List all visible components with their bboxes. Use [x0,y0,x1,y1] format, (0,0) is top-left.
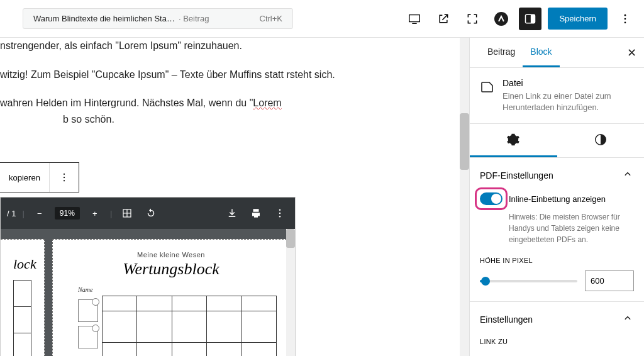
pdf-more-icon[interactable] [271,204,289,222]
block-type-title: Datei [502,78,634,88]
pdf-doc-title: Wertungsblock [65,260,277,279]
svg-point-10 [279,209,280,211]
panel-settings[interactable]: Einstellungen [480,312,634,326]
pdf-name-label: Name [78,286,277,293]
pdf-doc-subtitle: Meine kleine Wesen [65,251,277,259]
copy-button[interactable]: kopieren [0,163,50,192]
file-block-icon [480,79,495,94]
svg-point-4 [625,18,626,19]
link-to-label: LINK ZU [480,338,634,345]
external-view-icon[interactable] [432,8,455,30]
svg-point-6 [64,174,65,175]
toggle-hint: Hinweis: Die meisten Browser für Handys … [480,211,634,245]
subtab-styles-icon[interactable] [557,124,645,157]
svg-point-12 [279,216,280,217]
tab-post[interactable]: Beitrag [480,38,523,67]
top-toolbar: Warum Blindtexte die heimlichen Sta… · B… [0,0,644,38]
settings-sidebar: Beitrag Block ✕ Datei Einen Link zu eine… [469,38,644,356]
pdf-page[interactable]: lock Meine kleine Wesen Wertungsblock Na… [1,229,295,356]
pdf-scrollbar[interactable] [286,229,295,356]
breadcrumb-title: Warum Blindtexte die heimlichen Sta… [33,14,175,23]
more-menu-icon[interactable] [614,8,636,30]
spellcheck-word: Lorem [253,97,281,108]
block-toolbar: kopieren [0,162,79,192]
plugin-circle-icon[interactable] [490,8,513,30]
block-more-icon[interactable] [50,163,79,192]
inline-embed-toggle[interactable] [480,192,502,205]
svg-point-7 [64,177,65,178]
paragraph[interactable]: b so schön. [0,111,469,128]
svg-point-11 [279,213,280,214]
editor-scrollbar[interactable] [460,38,469,356]
chevron-up-icon [621,312,634,326]
device-preview-icon[interactable] [403,8,426,30]
pdf-toolbar: / 1 | − 91% + | [1,197,295,229]
svg-point-0 [494,12,508,26]
pdf-page-count: / 1 [7,209,16,218]
paragraph[interactable]: nstrengender, als einfach "Lorem Ipsum" … [0,38,469,54]
zoom-out-icon[interactable]: − [31,204,48,222]
save-button[interactable]: Speichern [548,8,608,30]
breadcrumb-type: · Beitrag [179,14,209,23]
download-icon[interactable] [223,204,241,222]
paragraph[interactable]: wahren Helden im Hintergrund. Nächstes M… [0,95,469,111]
breadcrumb[interactable]: Warum Blindtexte die heimlichen Sta… · B… [23,8,293,29]
subtab-settings-icon[interactable] [470,124,557,157]
height-slider[interactable] [480,280,577,282]
svg-point-5 [625,21,626,23]
chevron-up-icon [621,168,634,182]
toggle-label: Inline-Einbettung anzeigen [509,194,606,204]
fit-page-icon[interactable] [118,204,136,222]
pdf-zoom-level[interactable]: 91% [55,207,80,220]
zoom-in-icon[interactable]: + [86,204,104,222]
tab-block[interactable]: Block [523,38,559,67]
svg-point-8 [64,180,65,181]
rotate-icon[interactable] [142,204,160,222]
block-type-desc: Einen Link zu einer Datei zum Herunterla… [502,91,634,113]
height-input[interactable] [585,270,634,291]
pdf-doc-title-left: lock [13,256,31,272]
fullscreen-icon[interactable] [461,8,484,30]
breadcrumb-shortcut: Ctrl+K [260,14,282,23]
svg-point-3 [625,14,626,16]
pdf-embed: / 1 | − 91% + | lock [0,197,296,356]
svg-rect-2 [531,14,535,23]
height-label: HÖHE IN PIXEL [480,257,634,264]
editor-canvas[interactable]: nstrengender, als einfach "Lorem Ipsum" … [0,38,469,356]
close-icon[interactable]: ✕ [627,46,636,60]
sidebar-toggle-icon[interactable] [519,8,541,30]
paragraph[interactable]: witzig! Zum Beispiel "Cupcake Ipsum" – T… [0,67,469,83]
print-icon[interactable] [247,204,265,222]
panel-pdf-settings[interactable]: PDF-Einstellungen [480,168,634,182]
